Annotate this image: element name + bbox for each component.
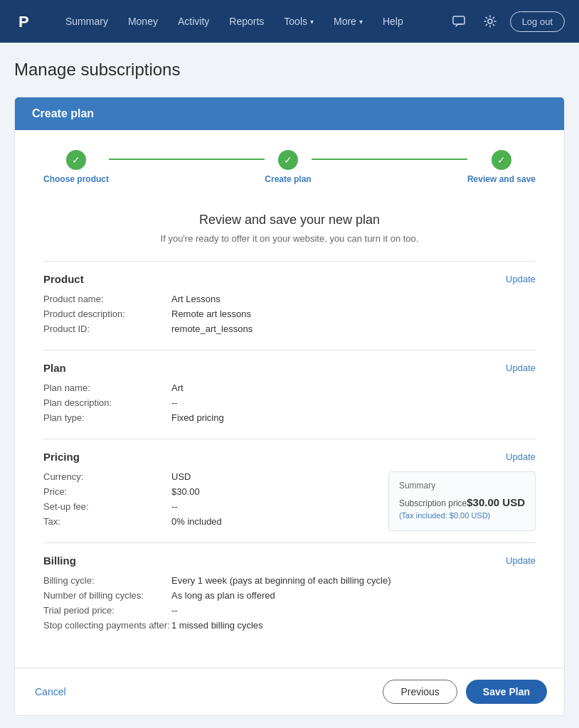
step-3-label: Review and save xyxy=(467,174,536,184)
product-id-value: remote_art_lessons xyxy=(171,323,253,334)
stop-collecting-label: Stop collecting payments after: xyxy=(43,620,171,631)
plan-update-link[interactable]: Update xyxy=(506,363,536,373)
pricing-section-header: Pricing Update xyxy=(43,451,536,463)
page-title: Manage subscriptions xyxy=(14,60,565,80)
plan-desc-value: -- xyxy=(171,397,178,408)
step-line-1 xyxy=(109,159,265,160)
currency-row: Currency: USD xyxy=(43,471,371,482)
price-label: Price: xyxy=(43,486,171,497)
setup-fee-value: -- xyxy=(171,501,178,512)
card-footer: Cancel Previous Save Plan xyxy=(15,668,564,715)
nav-help[interactable]: Help xyxy=(374,10,412,33)
setup-fee-label: Set-up fee: xyxy=(43,501,171,512)
product-id-row: Product ID: remote_art_lessons xyxy=(43,323,536,334)
pricing-grid: Currency: USD Price: $30.00 Set-up fee: … xyxy=(43,471,536,531)
nav-actions: Log out xyxy=(447,10,565,33)
summary-price-label: Subscription price xyxy=(399,498,467,508)
product-section-title: Product xyxy=(43,273,84,285)
product-name-value: Art Lessons xyxy=(171,294,221,304)
plan-desc-row: Plan description: -- xyxy=(43,397,536,408)
svg-point-2 xyxy=(488,19,492,23)
currency-value: USD xyxy=(171,471,191,482)
plan-name-value: Art xyxy=(171,382,184,393)
chat-icon-button[interactable] xyxy=(447,10,470,33)
price-row: Price: $30.00 xyxy=(43,486,371,497)
nav-summary[interactable]: Summary xyxy=(57,10,117,33)
product-id-label: Product ID: xyxy=(43,323,171,334)
previous-button[interactable]: Previous xyxy=(383,680,457,704)
product-desc-label: Product description: xyxy=(43,309,171,319)
svg-rect-1 xyxy=(453,16,464,24)
step-3-circle: ✓ xyxy=(492,150,511,170)
plan-type-label: Plan type: xyxy=(43,412,171,423)
card-header: Create plan xyxy=(15,97,564,130)
summary-title: Summary xyxy=(399,481,525,491)
plan-type-value: Fixed pricing xyxy=(171,412,224,423)
trial-price-label: Trial period price: xyxy=(43,605,171,616)
currency-label: Currency: xyxy=(43,471,171,482)
plan-name-label: Plan name: xyxy=(43,382,171,393)
stepper: ✓ Choose product ✓ Create plan ✓ Review … xyxy=(15,130,564,198)
billing-num-cycles-value: As long as plan is offered xyxy=(171,590,275,601)
logout-button[interactable]: Log out xyxy=(510,11,565,32)
step-1-circle: ✓ xyxy=(66,150,86,170)
trial-price-value: -- xyxy=(171,605,178,616)
plan-section-title: Plan xyxy=(43,362,66,374)
setup-fee-row: Set-up fee: -- xyxy=(43,501,371,512)
product-section: Product Update Product name: Art Lessons… xyxy=(43,261,536,350)
pricing-summary-box: Summary Subscription price $30.00 USD (T… xyxy=(388,471,536,531)
pricing-fields: Currency: USD Price: $30.00 Set-up fee: … xyxy=(43,471,371,531)
navbar: P Summary Money Activity Reports Tools▾ … xyxy=(0,0,579,43)
trial-price-row: Trial period price: -- xyxy=(43,605,536,616)
card-header-title: Create plan xyxy=(32,107,94,119)
nav-tools[interactable]: Tools▾ xyxy=(275,10,322,33)
product-update-link[interactable]: Update xyxy=(506,274,536,284)
main-card: Create plan ✓ Choose product ✓ Create pl… xyxy=(14,97,565,716)
plan-section-header: Plan Update xyxy=(43,362,536,374)
step-2-label: Create plan xyxy=(265,174,311,184)
step-review-save: ✓ Review and save xyxy=(467,150,536,184)
settings-icon-button[interactable] xyxy=(479,10,501,33)
tax-label: Tax: xyxy=(43,516,171,527)
tax-row: Tax: 0% included xyxy=(43,516,371,527)
step-create-plan: ✓ Create plan xyxy=(265,150,311,184)
step-choose-product: ✓ Choose product xyxy=(43,150,109,184)
cancel-button[interactable]: Cancel xyxy=(32,680,69,703)
plan-section: Plan Update Plan name: Art Plan descript… xyxy=(43,350,536,439)
product-section-header: Product Update xyxy=(43,273,536,285)
footer-right: Previous Save Plan xyxy=(383,680,547,704)
billing-update-link[interactable]: Update xyxy=(506,555,536,566)
pricing-update-link[interactable]: Update xyxy=(506,451,536,462)
billing-section-title: Billing xyxy=(43,555,76,567)
billing-section-header: Billing Update xyxy=(43,555,536,567)
page-container: Manage subscriptions Create plan ✓ Choos… xyxy=(0,43,579,728)
tax-value: 0% included xyxy=(171,516,222,527)
nav-reports[interactable]: Reports xyxy=(221,10,272,33)
stop-collecting-value: 1 missed billing cycles xyxy=(171,620,263,631)
save-plan-button[interactable]: Save Plan xyxy=(466,680,547,704)
stop-collecting-row: Stop collecting payments after: 1 missed… xyxy=(43,620,536,631)
review-heading: Review and save your new plan xyxy=(43,213,536,228)
billing-num-cycles-row: Number of billing cycles: As long as pla… xyxy=(43,590,536,601)
more-chevron: ▾ xyxy=(359,18,363,26)
summary-tax-note: (Tax included: $0.00 USD) xyxy=(399,511,525,520)
product-name-label: Product name: xyxy=(43,294,171,304)
product-name-row: Product name: Art Lessons xyxy=(43,294,536,304)
summary-price-value: $30.00 USD xyxy=(467,496,525,508)
nav-more[interactable]: More▾ xyxy=(325,10,371,33)
pricing-section-title: Pricing xyxy=(43,451,80,463)
product-desc-value: Remote art lessons xyxy=(171,309,251,319)
nav-money[interactable]: Money xyxy=(119,10,166,33)
tools-chevron: ▾ xyxy=(310,18,314,26)
pricing-section: Pricing Update Currency: USD Price: $30.… xyxy=(43,439,536,542)
step-1-label: Choose product xyxy=(43,174,109,184)
nav-activity[interactable]: Activity xyxy=(169,10,218,33)
product-desc-row: Product description: Remote art lessons xyxy=(43,309,536,319)
billing-cycle-row: Billing cycle: Every 1 week (pays at beg… xyxy=(43,575,536,586)
summary-price-row: Subscription price $30.00 USD xyxy=(399,496,525,508)
svg-text:P: P xyxy=(18,13,29,31)
step-2-circle: ✓ xyxy=(278,150,298,170)
plan-name-row: Plan name: Art xyxy=(43,382,536,393)
nav-links: Summary Money Activity Reports Tools▾ Mo… xyxy=(57,10,447,33)
billing-num-cycles-label: Number of billing cycles: xyxy=(43,590,171,601)
